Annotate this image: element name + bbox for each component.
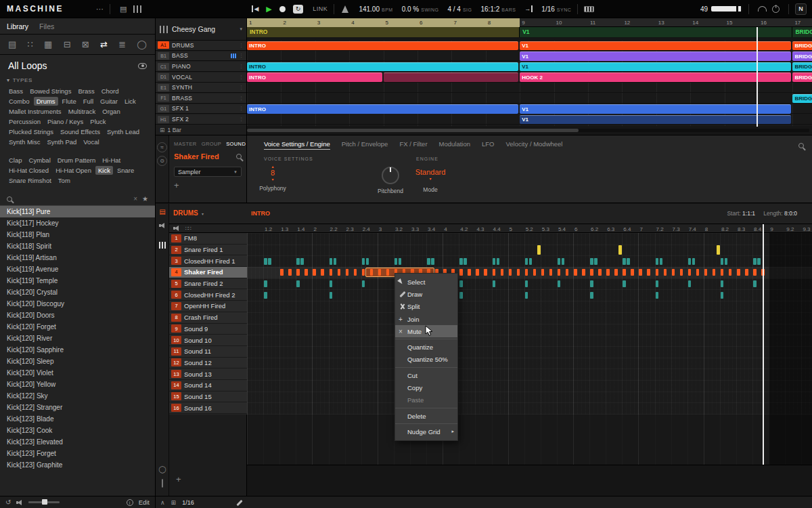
note[interactable] xyxy=(300,258,304,265)
note[interactable] xyxy=(394,258,398,265)
menu-item-select[interactable]: Select xyxy=(395,276,457,288)
arranger-grid-value[interactable]: 1 Bar xyxy=(168,127,181,133)
note[interactable] xyxy=(321,269,324,276)
note[interactable] xyxy=(672,269,675,276)
note[interactable] xyxy=(484,269,487,276)
clip-v1[interactable]: V1 xyxy=(520,51,791,61)
note[interactable] xyxy=(509,269,512,276)
metronome-icon[interactable] xyxy=(342,5,348,13)
clip-v1[interactable]: V1 xyxy=(520,41,791,51)
scope-tab-sound[interactable]: SOUND xyxy=(226,141,246,147)
sound-row-1[interactable]: 1FM8 xyxy=(169,233,247,245)
library-result-item[interactable]: Kick[120] Crystal xyxy=(0,287,155,298)
note[interactable] xyxy=(338,269,341,276)
note[interactable] xyxy=(623,258,626,265)
record-icon[interactable] xyxy=(279,6,286,12)
info-icon[interactable]: i xyxy=(127,499,133,506)
loop-range[interactable] xyxy=(247,18,520,27)
note[interactable] xyxy=(362,269,365,276)
note[interactable] xyxy=(313,269,316,276)
subtype-tag-hi-hat[interactable]: Hi-Hat xyxy=(99,156,123,165)
note[interactable] xyxy=(688,280,692,287)
library-result-item[interactable]: Kick[120] Sleep xyxy=(0,356,155,367)
note[interactable] xyxy=(660,258,663,265)
scope-tab-group[interactable]: GROUP xyxy=(202,141,222,147)
note[interactable] xyxy=(459,280,463,287)
library-result-item[interactable]: Kick[120] Sapphire xyxy=(0,344,155,356)
note[interactable] xyxy=(459,269,463,276)
page-tab-lfo[interactable]: LFO xyxy=(482,140,494,150)
note[interactable] xyxy=(627,258,630,265)
note[interactable] xyxy=(656,269,659,276)
note[interactable] xyxy=(590,280,593,287)
library-result-item[interactable]: Kick[123] Forget xyxy=(0,448,155,459)
menu-item-quantize-50[interactable]: Quantize 50% xyxy=(395,354,457,366)
midi-circle-icon[interactable]: ◯ xyxy=(158,465,167,473)
library-result-item[interactable]: Kick[122] Stranger xyxy=(0,402,155,413)
loop-toggle-icon[interactable]: ↻ xyxy=(293,5,304,14)
group-options-icon[interactable]: ⋮ xyxy=(239,117,244,122)
type-tag-sound-effects[interactable]: Sound Effects xyxy=(58,127,103,136)
library-result-item[interactable]: Kick[118] Spirit xyxy=(0,240,155,252)
note[interactable] xyxy=(264,258,267,265)
library-result-item[interactable]: Kick[123] Blade xyxy=(0,413,155,425)
clip-intro[interactable]: INTRO xyxy=(247,72,382,82)
tab-files[interactable]: Files xyxy=(39,22,54,30)
note[interactable] xyxy=(493,258,496,265)
library-result-item[interactable]: Kick[119] Artisan xyxy=(0,252,155,263)
library-result-item[interactable]: Kick[120] Forget xyxy=(0,321,155,333)
note[interactable] xyxy=(558,269,561,276)
note[interactable] xyxy=(582,269,585,276)
note[interactable] xyxy=(296,280,300,287)
library-result-item[interactable]: Kick[122] Sky xyxy=(0,390,155,402)
sound-row-12[interactable]: 12Sound 12 xyxy=(169,358,247,369)
note[interactable] xyxy=(562,258,565,265)
sound-row-10[interactable]: 10Sound 10 xyxy=(169,335,247,346)
clip-v1[interactable]: V1 xyxy=(520,115,791,125)
library-result-item[interactable]: Kick[118] Plan xyxy=(0,229,155,240)
artist-icon[interactable]: ◯ xyxy=(137,39,147,49)
type-tag-chord[interactable]: Chord xyxy=(99,87,122,96)
sound-row-7[interactable]: 7OpenHH Fired xyxy=(169,301,247,312)
note[interactable] xyxy=(264,280,267,287)
header-menu-icon[interactable]: ⋯ xyxy=(96,5,104,14)
library-result-item[interactable]: Kick[120] Yellow xyxy=(0,379,155,390)
follow-playhead-icon[interactable]: → xyxy=(524,5,533,12)
note[interactable] xyxy=(330,258,333,265)
note[interactable] xyxy=(713,269,716,276)
note[interactable] xyxy=(753,258,757,265)
note[interactable] xyxy=(753,269,757,276)
project-selector[interactable]: Cheesy Gang ▾ xyxy=(156,18,246,41)
note[interactable] xyxy=(721,258,724,265)
menu-item-copy[interactable]: Copy xyxy=(395,381,457,394)
type-tag-synth-misc[interactable]: Synth Misc xyxy=(6,137,43,146)
note[interactable] xyxy=(656,292,659,299)
mode-param[interactable]: Standard ▾ Mode xyxy=(408,168,453,193)
scope-tab-master[interactable]: MASTER xyxy=(174,141,197,147)
page-tab-velocity-modwheel[interactable]: Velocity / Modwheel xyxy=(506,140,563,150)
routing-view-icon[interactable]: ⊙ xyxy=(157,156,167,166)
note[interactable] xyxy=(459,258,463,265)
type-tag-pluck[interactable]: Pluck xyxy=(87,117,108,126)
clip-bridge[interactable]: BRIDGE xyxy=(792,94,812,104)
add-plugin-button[interactable]: + xyxy=(174,182,246,190)
sound-row-9[interactable]: 9Sound 9 xyxy=(169,324,247,335)
note[interactable] xyxy=(656,258,659,265)
note[interactable] xyxy=(558,280,561,287)
sound-row-8[interactable]: 8Crash Fired xyxy=(169,312,247,324)
note[interactable] xyxy=(688,269,692,276)
group-row-bass[interactable]: B1BASS⋮ xyxy=(156,51,246,62)
subtype-tag-clap[interactable]: Clap xyxy=(6,156,25,165)
type-tag-full[interactable]: Full xyxy=(81,97,96,106)
menu-item-split[interactable]: Split xyxy=(395,301,457,313)
swing-value[interactable]: 0.0 % xyxy=(402,5,420,13)
note[interactable] xyxy=(541,269,545,276)
library-result-item[interactable]: Kick[119] Temple xyxy=(0,275,155,287)
clip-intro[interactable]: INTRO xyxy=(247,41,518,51)
type-tag-lick[interactable]: Lick xyxy=(122,97,139,106)
note[interactable] xyxy=(656,280,659,287)
note[interactable] xyxy=(304,269,308,276)
note[interactable] xyxy=(525,269,528,276)
note[interactable] xyxy=(468,269,471,276)
note[interactable] xyxy=(476,269,479,276)
